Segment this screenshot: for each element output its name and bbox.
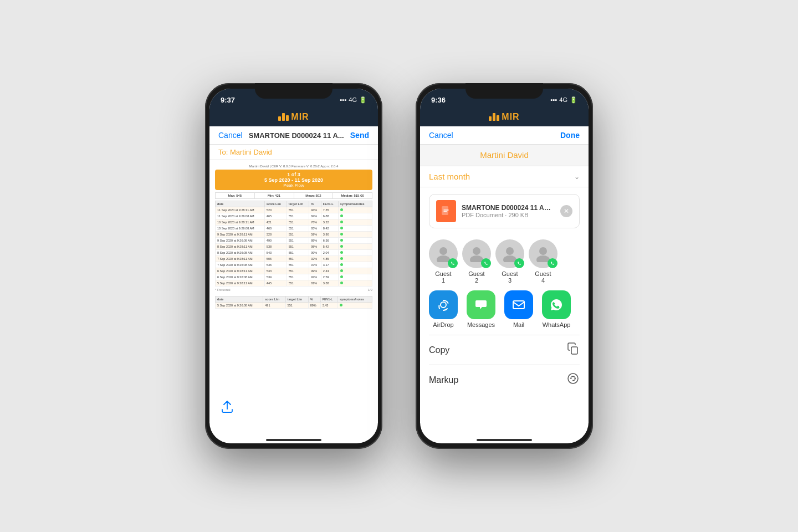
logo-bar-f xyxy=(497,115,499,121)
messages-item[interactable]: Messages xyxy=(467,290,495,328)
share-cancel-button[interactable]: Cancel xyxy=(429,131,453,140)
logo-bar-d xyxy=(489,116,492,121)
status-bar-1: 9:37 ▪▪▪ 4G 🔋 xyxy=(209,89,378,109)
contact-avatar-wrap-3 xyxy=(495,239,524,268)
logo-bar-a xyxy=(278,116,281,121)
email-to-field[interactable]: To: Martini David xyxy=(209,145,378,160)
table-row: 10 Sep 2020 at 9:28:11 AM42155176%3.22 xyxy=(216,219,372,226)
svg-point-3 xyxy=(473,247,480,255)
markup-label: Markup xyxy=(429,375,458,385)
whatsapp-badge-3 xyxy=(514,258,524,268)
markup-icon xyxy=(566,372,580,388)
table-row: 8 Sep 2020 at 9:26:08 AM54355199%2.04 xyxy=(216,250,372,256)
col-target: target L/m xyxy=(287,201,309,207)
copy-action-row[interactable]: Copy xyxy=(429,335,580,365)
to-recipient: Martini David xyxy=(230,148,272,156)
contact-name-4: Guest4 xyxy=(535,270,551,284)
status-icons-1: ▪▪▪ 4G 🔋 xyxy=(340,96,367,104)
contact-item-4[interactable]: Guest4 xyxy=(529,239,557,284)
logo-bar-b xyxy=(282,113,285,121)
report-header-info: Martini David | CER V: 8.0.0 Firmware V:… xyxy=(215,165,372,168)
file-meta: PDF Document · 290 KB xyxy=(462,212,555,218)
contact-name-3: Guest3 xyxy=(502,270,518,284)
file-info: SMARTONE D000024 11 August 2... PDF Docu… xyxy=(462,204,555,218)
whatsapp-badge-2 xyxy=(481,258,491,268)
svg-rect-10 xyxy=(513,301,524,309)
email-subject: SMARTONE D000024 11 A... xyxy=(245,131,348,140)
table-row: 5 Sep 2020 at 9:26:08 AM 491 551 89% 3.4… xyxy=(216,303,372,309)
battery-icon-2: 🔋 xyxy=(570,96,577,104)
period-label: Last month xyxy=(429,172,470,181)
status-bar-2: 9:36 ▪▪▪ 4G 🔋 xyxy=(420,89,589,109)
status-time-1: 9:37 xyxy=(221,96,235,104)
share-button[interactable] xyxy=(222,401,233,416)
table-row: 9 Sep 2020 at 9:28:11 AM32855159%3.90 xyxy=(216,232,372,238)
contact-name-1: Guest1 xyxy=(435,270,451,284)
table-row: 11 Sep 2020 at 9:28:11 AM52055194%7.35 xyxy=(216,207,372,213)
main-scene: 9:37 ▪▪▪ 4G 🔋 MIR xyxy=(0,61,798,471)
whatsapp-label: WhatsApp xyxy=(543,321,571,328)
whatsapp-badge-1 xyxy=(448,258,458,268)
logo-bar-1: MIR xyxy=(209,109,378,126)
file-close-button[interactable]: ✕ xyxy=(560,205,572,217)
report-container: Martini David | CER V: 8.0.0 Firmware V:… xyxy=(209,160,378,313)
contact-item-1[interactable]: Guest1 xyxy=(429,239,458,284)
svg-point-7 xyxy=(539,247,547,255)
table-row: 7 Sep 2020 at 9:28:11 AM50655192%4.85 xyxy=(216,256,372,262)
table-row: 8 Sep 2020 at 9:28:11 AM53855198%5.42 xyxy=(216,244,372,250)
table-row: 6 Sep 2020 at 9:26:08 AM53455197%2.59 xyxy=(216,274,372,280)
whatsapp-badge-4 xyxy=(548,258,557,268)
table-row: 10 Sep 2020 at 9:26:08 AM46055183%8.42 xyxy=(216,226,372,232)
stat-max: Max: 545 xyxy=(216,193,255,198)
phone-2-screen: 9:36 ▪▪▪ 4G 🔋 MIR xyxy=(420,89,589,443)
whatsapp-item[interactable]: WhatsApp xyxy=(542,290,571,328)
contact-avatar-wrap-2 xyxy=(462,239,491,268)
to-label: To: xyxy=(218,148,228,156)
table-row: 5 Sep 2020 at 9:28:11 AM44555181%3.38 xyxy=(216,280,372,287)
logo-bars-2 xyxy=(489,113,499,121)
stat-min: Min: 421 xyxy=(255,193,294,198)
stat-median: Median: 515.00 xyxy=(333,193,372,198)
svg-rect-11 xyxy=(571,347,577,354)
contact-avatar-wrap-1 xyxy=(429,239,458,268)
phone-2: 9:36 ▪▪▪ 4G 🔋 MIR xyxy=(416,83,593,449)
date-range: 5 Sep 2020 - 11 Sep 2020 xyxy=(218,177,369,183)
mail-item[interactable]: Mail xyxy=(504,290,533,328)
report-badge: 1 of 3 5 Sep 2020 - 11 Sep 2020 Peak Flo… xyxy=(215,170,372,190)
status-icons-2: ▪▪▪ 4G 🔋 xyxy=(551,96,577,104)
copy-label: Copy xyxy=(429,345,449,355)
signal-icon-2: ▪▪▪ xyxy=(551,96,557,103)
col-score: score L/m xyxy=(264,201,287,207)
share-navigation: Cancel Done xyxy=(420,126,589,145)
battery-icon-1: 🔋 xyxy=(359,96,367,104)
network-icon-1: 4G xyxy=(349,96,357,103)
table-footer: * Personal 1/2 xyxy=(215,288,372,291)
logo-bar-e xyxy=(493,113,495,121)
messages-icon-circle xyxy=(467,290,495,319)
footer-personal: * Personal xyxy=(215,288,231,291)
airdrop-label: AirDrop xyxy=(433,321,453,328)
logo-bars-1 xyxy=(278,113,289,121)
table-row: 6 Sep 2020 at 9:28:11 AM54355199%2.44 xyxy=(216,268,372,274)
signal-icon-1: ▪▪▪ xyxy=(340,96,347,103)
messages-label: Messages xyxy=(467,321,495,328)
contact-item-3[interactable]: Guest3 xyxy=(495,239,524,284)
col-fev1: FEV1·L xyxy=(321,201,338,207)
svg-point-12 xyxy=(568,374,578,383)
recipient-section: Martini David Last month ⌄ xyxy=(420,145,589,187)
data-table-2: date score L/m target L/m % FEV1·L sympt… xyxy=(215,296,372,309)
recipient-name-row[interactable]: Martini David xyxy=(420,145,589,166)
contact-name-2: Guest2 xyxy=(468,270,484,284)
cancel-button[interactable]: Cancel xyxy=(218,131,243,140)
pdf-icon xyxy=(436,200,456,222)
footer-page: 1/2 xyxy=(368,288,372,291)
mail-icon-circle xyxy=(504,290,533,319)
airdrop-item[interactable]: AirDrop xyxy=(429,290,458,328)
airdrop-icon-circle xyxy=(429,290,458,319)
share-done-button[interactable]: Done xyxy=(560,131,580,140)
markup-action-row[interactable]: Markup xyxy=(429,365,580,395)
stat-mean: Mean: 502 xyxy=(294,193,334,198)
contact-item-2[interactable]: Guest2 xyxy=(462,239,491,284)
send-button[interactable]: Send xyxy=(350,131,369,140)
period-row[interactable]: Last month ⌄ xyxy=(420,166,589,187)
